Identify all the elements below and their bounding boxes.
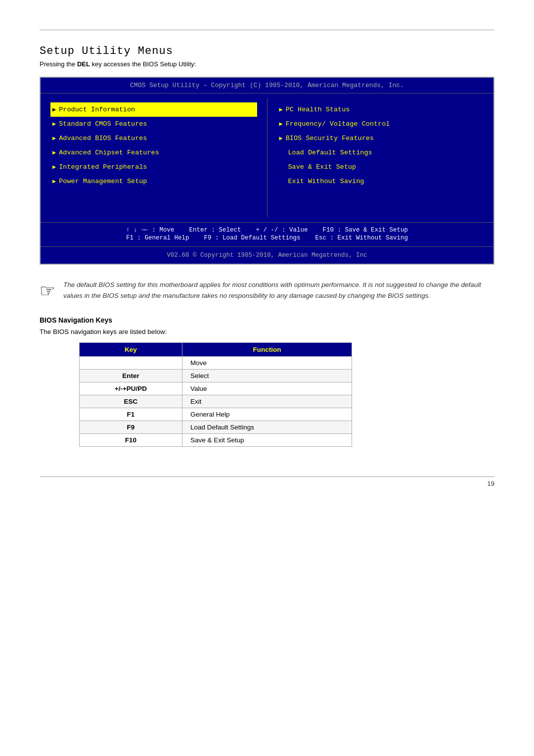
bios-item-power-management[interactable]: ▶ Power Management Setup [50, 174, 257, 189]
page-title: Setup Utility Menus [40, 45, 494, 57]
bios-left-column: ▶ Product Information ▶ Standard CMOS Fe… [41, 98, 267, 217]
bios-item-bios-security[interactable]: ▶ BIOS Security Features [277, 131, 484, 145]
bios-item-label: Power Management Setup [59, 178, 147, 185]
nav-keys-title: BIOS Navigation Keys [40, 316, 494, 324]
arrow-icon: ▶ [52, 163, 56, 171]
function-cell: Save & Exit Setup [182, 434, 352, 447]
nav-keys-subtitle: The BIOS navigation keys are listed belo… [40, 328, 494, 335]
bios-item-frequency-voltage[interactable]: ▶ Frequency/ Voltage Control [277, 117, 484, 131]
bottom-divider [40, 476, 494, 477]
key-cell: F9 [80, 421, 182, 434]
key-cell: ESC [80, 395, 182, 408]
table-row: +/-+PU/PD Value [80, 382, 352, 395]
bios-item-standard-cmos[interactable]: ▶ Standard CMOS Features [50, 117, 257, 131]
key-cell [80, 357, 182, 370]
bios-item-load-defaults[interactable]: Load Default Settings [277, 145, 484, 160]
page-number: 19 [40, 480, 494, 487]
function-cell: Value [182, 382, 352, 395]
bios-right-column: ▶ PC Health Status ▶ Frequency/ Voltage … [267, 98, 494, 217]
key-cell: +/-+PU/PD [80, 382, 182, 395]
note-section: ☞ The default BIOS setting for this moth… [40, 280, 494, 301]
nav-keys-section: BIOS Navigation Keys The BIOS navigation… [40, 316, 494, 447]
bios-copyright: V02.68 © Copyright 1985-2010, American M… [41, 246, 493, 264]
function-cell: Load Default Settings [182, 421, 352, 434]
arrow-icon: ▶ [279, 106, 283, 113]
bios-item-label: Frequency/ Voltage Control [286, 120, 390, 128]
function-cell: Move [182, 357, 352, 370]
arrow-icon: ▶ [279, 135, 283, 142]
bios-item-label: Exit Without Saving [288, 178, 364, 185]
section-subtitle: Pressing the DEL key accesses the BIOS S… [40, 60, 494, 68]
note-icon: ☞ [40, 281, 55, 301]
bios-footer-row-1: ↑ ↓ →← : Move Enter : Select + / -/ : Va… [47, 227, 487, 234]
note-text: The default BIOS setting for this mother… [63, 280, 494, 301]
arrow-icon: ▶ [52, 149, 56, 156]
bios-item-label: Load Default Settings [288, 149, 372, 156]
bios-item-advanced-chipset[interactable]: ▶ Advanced Chipset Features [50, 145, 257, 160]
bios-menu-area: ▶ Product Information ▶ Standard CMOS Fe… [41, 94, 493, 222]
table-row: Move [80, 357, 352, 370]
nav-keys-table: Key Function Move Enter Select +/-+PU/PD… [79, 342, 352, 447]
bios-item-integrated-peripherals[interactable]: ▶ Integrated Peripherals [50, 160, 257, 174]
table-row: F10 Save & Exit Setup [80, 434, 352, 447]
table-row: Enter Select [80, 370, 352, 382]
bios-item-label: Advanced BIOS Features [59, 135, 147, 142]
key-cell: F1 [80, 408, 182, 421]
bios-item-label: Product Information [59, 106, 135, 113]
bios-item-pc-health[interactable]: ▶ PC Health Status [277, 102, 484, 117]
function-cell: Exit [182, 395, 352, 408]
table-row: ESC Exit [80, 395, 352, 408]
bios-item-label: Integrated Peripherals [59, 163, 147, 171]
bios-screen: CMOS Setup Utility – Copyright (C) 1985-… [40, 77, 494, 265]
bios-item-label: PC Health Status [286, 106, 350, 113]
del-key-label: DEL [77, 60, 90, 68]
arrow-icon: ▶ [52, 178, 56, 185]
table-row: F9 Load Default Settings [80, 421, 352, 434]
bios-item-save-exit[interactable]: Save & Exit Setup [277, 160, 484, 174]
bios-footer: ↑ ↓ →← : Move Enter : Select + / -/ : Va… [41, 222, 493, 246]
bios-item-label: Advanced Chipset Features [59, 149, 159, 156]
arrow-icon: ▶ [52, 120, 56, 128]
function-cell: Select [182, 370, 352, 382]
bios-footer-row-2: F1 : General Help F9 : Load Default Sett… [47, 235, 487, 241]
table-header-key: Key [80, 343, 182, 357]
top-divider [40, 30, 494, 30]
arrow-icon: ▶ [52, 106, 56, 113]
bios-item-exit-without-saving[interactable]: Exit Without Saving [277, 174, 484, 189]
key-cell: Enter [80, 370, 182, 382]
bios-title-bar: CMOS Setup Utility – Copyright (C) 1985-… [41, 78, 493, 94]
bios-item-product-information[interactable]: ▶ Product Information [50, 102, 257, 117]
arrow-icon: ▶ [279, 120, 283, 128]
bios-item-label: Standard CMOS Features [59, 120, 147, 128]
table-row: F1 General Help [80, 408, 352, 421]
function-cell: General Help [182, 408, 352, 421]
bios-item-label: BIOS Security Features [286, 135, 374, 142]
table-header-function: Function [182, 343, 352, 357]
bios-item-label: Save & Exit Setup [288, 163, 356, 171]
arrow-icon: ▶ [52, 135, 56, 142]
key-cell: F10 [80, 434, 182, 447]
bios-item-advanced-bios[interactable]: ▶ Advanced BIOS Features [50, 131, 257, 145]
